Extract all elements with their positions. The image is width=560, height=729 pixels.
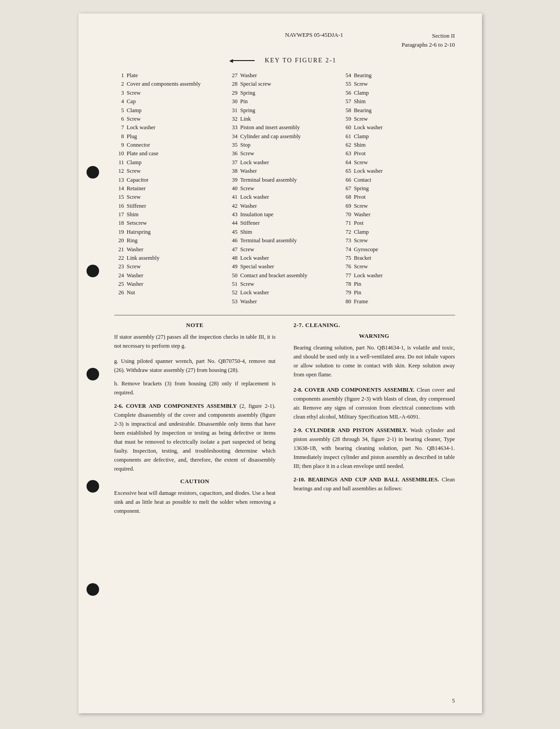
- right-column: 2-7. CLEANING. WARNING Bearing cleaning …: [294, 322, 455, 522]
- list-item: 76Screw: [341, 262, 455, 271]
- item-label: Pivot: [354, 149, 455, 158]
- item-number: 42: [228, 202, 238, 210]
- item-label: Stiffener: [127, 202, 228, 210]
- item-number: 63: [341, 149, 351, 158]
- key-title-text: KEY TO FIGURE 2-1: [265, 57, 336, 64]
- para-h: h. Remove brackets (3) from housing (28)…: [114, 379, 276, 397]
- list-item: 43Insulation tape: [228, 210, 341, 219]
- list-item: 72Clamp: [341, 228, 455, 236]
- item-label: Stiffener: [240, 219, 341, 227]
- item-number: 17: [114, 210, 124, 219]
- item-number: 4: [114, 97, 124, 106]
- item-label: Gyroscope: [354, 245, 455, 254]
- item-number: 61: [341, 132, 351, 141]
- doc-number: NAVWEPS 05-45DJA-1: [285, 31, 343, 39]
- item-number: 31: [228, 106, 238, 115]
- item-number: 3: [114, 89, 124, 97]
- list-item: 69Screw: [341, 202, 455, 210]
- item-label: Contact and bracket assembly: [240, 271, 341, 280]
- item-label: Washer: [127, 245, 228, 254]
- item-label: Plate and case: [127, 149, 228, 158]
- item-label: Link: [240, 115, 341, 123]
- item-label: Lock washer: [127, 123, 228, 132]
- item-number: 70: [341, 210, 351, 219]
- item-label: Shim: [354, 141, 455, 149]
- item-number: 48: [228, 254, 238, 262]
- caution-text: Excessive heat will damage resistors, ca…: [114, 489, 276, 515]
- item-number: 11: [114, 158, 124, 167]
- bullet-1: [87, 166, 99, 179]
- item-label: Screw: [127, 89, 228, 97]
- page-number: 5: [452, 697, 455, 704]
- item-number: 75: [341, 254, 351, 262]
- list-item: 64Screw: [341, 158, 455, 167]
- list-item: 11Clamp: [114, 158, 228, 167]
- bullet-2: [87, 265, 99, 277]
- item-label: Insulation tape: [240, 210, 341, 219]
- item-label: Pin: [354, 288, 455, 297]
- item-label: Shim: [127, 210, 228, 219]
- item-number: 78: [341, 280, 351, 288]
- section-28: 2-8. COVER AND COMPONENTS ASSEMBLY. Clea…: [294, 385, 455, 421]
- key-columns: 1Plate2Cover and components assembly3Scr…: [114, 71, 455, 306]
- list-item: 30Pin: [228, 97, 341, 106]
- item-label: Screw: [240, 245, 341, 254]
- item-number: 45: [228, 228, 238, 236]
- list-item: 17Shim: [114, 210, 228, 219]
- list-item: 48Lock washer: [228, 254, 341, 262]
- bullet-5: [87, 583, 99, 596]
- item-number: 12: [114, 167, 124, 175]
- item-number: 34: [228, 132, 238, 141]
- section-210: 2-10. BEARINGS AND CUP AND BALL ASSEMBLI…: [294, 475, 455, 493]
- item-number: 18: [114, 219, 124, 227]
- item-label: Lock washer: [240, 193, 341, 201]
- list-item: 40Screw: [228, 184, 341, 193]
- item-number: 50: [228, 271, 238, 280]
- item-label: Screw: [127, 193, 228, 201]
- list-item: 41Lock washer: [228, 193, 341, 201]
- item-label: Bracket: [354, 254, 455, 262]
- item-number: 36: [228, 149, 238, 158]
- note-box: NOTE If stator assembly (27) passes all …: [114, 322, 276, 350]
- item-label: Clamp: [354, 228, 455, 236]
- key-col-1: 1Plate2Cover and components assembly3Scr…: [114, 71, 228, 306]
- item-number: 30: [228, 97, 238, 106]
- item-number: 64: [341, 158, 351, 167]
- item-number: 74: [341, 245, 351, 254]
- list-item: 46Terminal board assembly: [228, 236, 341, 245]
- item-label: Washer: [240, 202, 341, 210]
- item-label: Special washer: [240, 262, 341, 271]
- list-item: 56Clamp: [341, 89, 455, 97]
- list-item: 49Special washer: [228, 262, 341, 271]
- item-number: 46: [228, 236, 238, 245]
- list-item: 27Washer: [228, 71, 341, 80]
- item-number: 37: [228, 158, 238, 167]
- list-item: 2Cover and components assembly: [114, 80, 228, 88]
- list-item: 13Capacitor: [114, 176, 228, 184]
- item-number: 27: [228, 71, 238, 80]
- item-label: Piston and insert assembly: [240, 123, 341, 132]
- item-number: 5: [114, 106, 124, 115]
- list-item: 55Screw: [341, 80, 455, 88]
- item-number: 19: [114, 228, 124, 236]
- list-item: 63Pivot: [341, 149, 455, 158]
- item-label: Terminal board assembly: [240, 236, 341, 245]
- item-label: Spring: [354, 184, 455, 193]
- item-label: Post: [354, 219, 455, 227]
- item-number: 58: [341, 106, 351, 115]
- warning-box: WARNING Bearing cleaning solution, part …: [294, 332, 455, 379]
- list-item: 25Washer: [114, 280, 228, 288]
- list-item: 8Plug: [114, 132, 228, 141]
- item-label: Lock washer: [240, 254, 341, 262]
- item-number: 21: [114, 245, 124, 254]
- item-label: Clamp: [127, 158, 228, 167]
- item-label: Screw: [240, 280, 341, 288]
- item-number: 16: [114, 202, 124, 210]
- item-label: Link assembly: [127, 254, 228, 262]
- item-label: Special screw: [240, 80, 341, 88]
- list-item: 52Lock washer: [228, 288, 341, 297]
- item-number: 76: [341, 262, 351, 271]
- item-label: Plate: [127, 71, 228, 80]
- section-29-title: 2-9. CYLINDER AND PISTON ASSEMBLY.: [294, 427, 411, 433]
- item-label: Screw: [354, 115, 455, 123]
